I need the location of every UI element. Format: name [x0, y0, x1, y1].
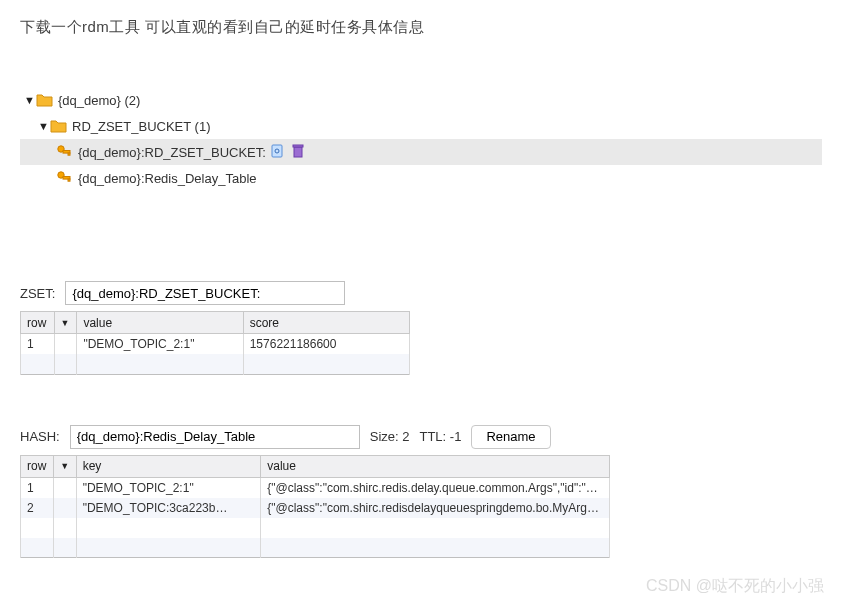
cell-score: 1576221186600	[243, 334, 409, 355]
svg-rect-8	[68, 179, 70, 181]
svg-rect-2	[68, 153, 70, 155]
cell-row: 2	[21, 498, 54, 518]
page-heading: 下载一个rdm工具 可以直观的看到自己的延时任务具体信息	[20, 18, 822, 37]
tree-key-selected[interactable]: {dq_demo}:RD_ZSET_BUCKET:	[20, 139, 822, 165]
tree-label: {dq_demo}:Redis_Delay_Table	[78, 171, 257, 186]
refresh-icon[interactable]	[269, 143, 287, 161]
col-header-score[interactable]: score	[243, 312, 409, 334]
expand-arrow-icon[interactable]: ▼	[38, 120, 50, 132]
key-icon	[56, 170, 74, 186]
table-row[interactable]: 1 "DEMO_TOPIC_2:1" {"@class":"com.shirc.…	[21, 477, 610, 498]
hash-table: row ▼ key value 1 "DEMO_TOPIC_2:1" {"@cl…	[20, 455, 610, 559]
key-tree: ▼ {dq_demo} (2) ▼ RD_ZSET_BUCKET (1) {dq…	[20, 87, 822, 191]
col-header-row[interactable]: row	[21, 312, 55, 334]
tree-label: {dq_demo}:RD_ZSET_BUCKET:	[78, 145, 266, 160]
expand-arrow-icon[interactable]: ▼	[24, 94, 36, 106]
hash-label: HASH:	[20, 429, 60, 444]
rename-button[interactable]: Rename	[471, 425, 550, 449]
watermark: CSDN @哒不死的小小强	[646, 576, 824, 597]
cell-key: "DEMO_TOPIC_2:1"	[76, 477, 261, 498]
sort-icon[interactable]: ▼	[54, 455, 76, 477]
table-row-empty	[21, 518, 610, 538]
zset-key-input[interactable]	[65, 281, 345, 305]
col-header-value[interactable]: value	[77, 312, 243, 334]
tree-label: RD_ZSET_BUCKET (1)	[72, 119, 210, 134]
tree-label: {dq_demo} (2)	[58, 93, 140, 108]
tree-root-folder[interactable]: ▼ {dq_demo} (2)	[20, 87, 822, 113]
sort-icon[interactable]: ▼	[54, 312, 77, 334]
hash-size: Size: 2	[370, 429, 410, 444]
cell-value: {"@class":"com.shirc.redisdelayqueuespri…	[261, 498, 610, 518]
cell-key: "DEMO_TOPIC:3ca223b…	[76, 498, 261, 518]
svg-rect-4	[294, 147, 302, 157]
cell-value: {"@class":"com.shirc.redis.delay.queue.c…	[261, 477, 610, 498]
hash-section: HASH: Size: 2 TTL: -1 Rename row ▼ key v…	[20, 425, 822, 559]
zset-label: ZSET:	[20, 286, 55, 301]
tree-folder[interactable]: ▼ RD_ZSET_BUCKET (1)	[20, 113, 822, 139]
zset-table: row ▼ value score 1 "DEMO_TOPIC_2:1" 157…	[20, 311, 410, 375]
table-row[interactable]: 2 "DEMO_TOPIC:3ca223b… {"@class":"com.sh…	[21, 498, 610, 518]
table-row[interactable]: 1 "DEMO_TOPIC_2:1" 1576221186600	[21, 334, 410, 355]
col-header-row[interactable]: row	[21, 455, 54, 477]
table-row-empty	[21, 354, 410, 374]
col-header-value[interactable]: value	[261, 455, 610, 477]
svg-rect-5	[293, 145, 303, 147]
cell-row: 1	[21, 334, 55, 355]
delete-icon[interactable]	[290, 143, 308, 161]
tree-key[interactable]: {dq_demo}:Redis_Delay_Table	[20, 165, 822, 191]
svg-rect-3	[272, 145, 282, 157]
key-icon	[56, 144, 74, 160]
folder-icon	[36, 92, 54, 108]
col-header-key[interactable]: key	[76, 455, 261, 477]
hash-ttl: TTL: -1	[419, 429, 461, 444]
zset-section: ZSET: row ▼ value score 1 "DEMO_TOPIC_2:…	[20, 281, 822, 375]
table-row-empty	[21, 538, 610, 558]
folder-icon	[50, 118, 68, 134]
cell-row: 1	[21, 477, 54, 498]
hash-key-input[interactable]	[70, 425, 360, 449]
cell-sort	[54, 334, 77, 355]
cell-value: "DEMO_TOPIC_2:1"	[77, 334, 243, 355]
